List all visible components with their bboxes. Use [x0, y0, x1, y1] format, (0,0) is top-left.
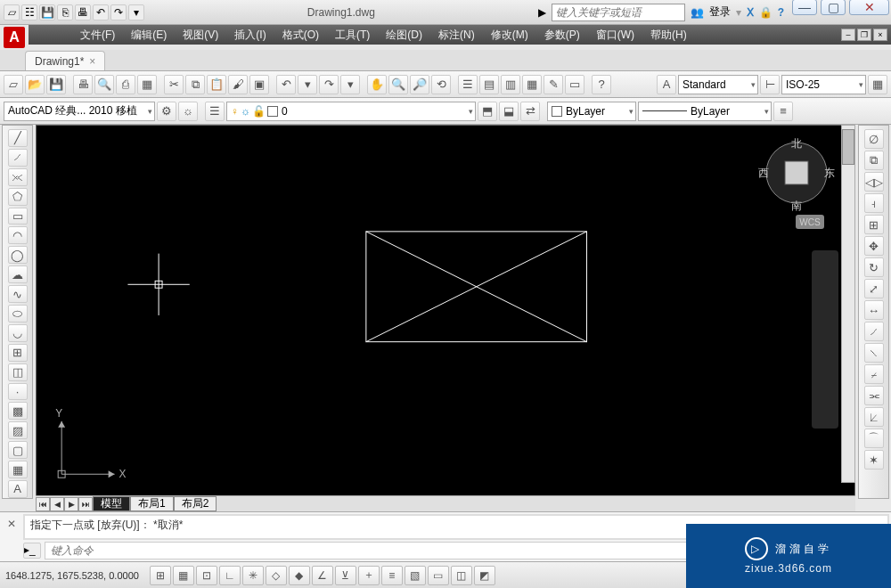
join-tool-icon[interactable]: ⫘: [864, 386, 884, 405]
mdi-min-button[interactable]: –: [841, 29, 855, 41]
erase-tool-icon[interactable]: ∅: [864, 129, 884, 149]
scale-tool-icon[interactable]: ⤢: [864, 279, 884, 298]
line-tool-icon[interactable]: ╱: [8, 129, 28, 147]
rotate-tool-icon[interactable]: ↻: [864, 257, 884, 277]
menu-edit[interactable]: 编辑(E): [124, 26, 174, 45]
cut-icon[interactable]: ✂: [164, 75, 184, 94]
new-doc-icon[interactable]: ▱: [4, 75, 23, 94]
properties-icon[interactable]: ☰: [458, 75, 478, 94]
menu-insert[interactable]: 插入(I): [227, 26, 273, 45]
ortho-toggle[interactable]: ∟: [219, 566, 241, 585]
saveas-icon[interactable]: ⎘: [57, 4, 73, 20]
maximize-button[interactable]: ▢: [821, 0, 846, 15]
arc-tool-icon[interactable]: ◠: [8, 226, 28, 244]
circle-tool-icon[interactable]: ◯: [8, 246, 28, 264]
color-dropdown[interactable]: ByLayer: [547, 102, 636, 121]
block-tool-icon[interactable]: ◫: [8, 363, 28, 381]
sheetset-icon[interactable]: ▦: [522, 75, 542, 94]
design-center-icon[interactable]: ▤: [479, 75, 499, 94]
textstyle-icon[interactable]: A: [657, 75, 676, 94]
undo2-icon[interactable]: ↶: [276, 75, 296, 94]
publish-icon[interactable]: ⎙: [116, 75, 135, 94]
transparency-toggle[interactable]: ▧: [405, 566, 426, 585]
chamfer-tool-icon[interactable]: ⟀: [864, 407, 884, 427]
insert-tool-icon[interactable]: ⊞: [8, 344, 28, 362]
move-tool-icon[interactable]: ✥: [864, 236, 884, 256]
save-icon[interactable]: 💾: [39, 4, 55, 20]
redo-drop-icon[interactable]: ▾: [340, 75, 360, 94]
lwt-toggle[interactable]: ≡: [381, 566, 403, 585]
zoom-prev-icon[interactable]: ⟲: [431, 75, 451, 94]
layer-dropdown[interactable]: ♀ ☼ 🔓 0: [226, 102, 476, 121]
fillet-tool-icon[interactable]: ⌒: [864, 429, 884, 448]
tablestyle-icon[interactable]: ▦: [868, 75, 887, 94]
layout-first-button[interactable]: ⏮: [36, 497, 50, 511]
explode-tool-icon[interactable]: ✶: [864, 450, 884, 470]
view-cube[interactable]: 北 南 东 西: [756, 133, 837, 213]
ellipsearc-tool-icon[interactable]: ◡: [8, 324, 28, 342]
layout-last-button[interactable]: ⏭: [78, 497, 93, 511]
markup-icon[interactable]: ✎: [544, 75, 563, 94]
spline-tool-icon[interactable]: ∿: [8, 285, 28, 303]
sc-toggle[interactable]: ◫: [451, 566, 472, 585]
command-close-icon[interactable]: ✕: [4, 516, 20, 532]
menu-dim[interactable]: 标注(N): [431, 26, 482, 45]
save-doc-icon[interactable]: 💾: [46, 75, 66, 94]
zoom-window-icon[interactable]: 🔎: [410, 75, 429, 94]
block-icon[interactable]: ▣: [249, 75, 269, 94]
copy-tool-icon[interactable]: ⧉: [864, 151, 884, 170]
mirror-tool-icon[interactable]: ◁▷: [864, 172, 884, 192]
match-icon[interactable]: 🖌: [228, 75, 248, 94]
people-icon[interactable]: 👥: [691, 6, 704, 19]
region-tool-icon[interactable]: ▢: [8, 441, 28, 459]
print3d-icon[interactable]: ▦: [137, 75, 157, 94]
am-toggle[interactable]: ◩: [474, 566, 495, 585]
open-doc-icon[interactable]: 📂: [25, 75, 45, 94]
3dosnap-toggle[interactable]: ◆: [289, 566, 310, 585]
stretch-tool-icon[interactable]: ↔: [864, 300, 884, 320]
mtext-tool-icon[interactable]: A: [8, 480, 28, 498]
help2-icon[interactable]: ?: [592, 75, 611, 94]
undo-drop-icon[interactable]: ▾: [298, 75, 317, 94]
trim-tool-icon[interactable]: ⟋: [864, 322, 884, 341]
layer-iso-icon[interactable]: ⬓: [499, 102, 519, 121]
polar-toggle[interactable]: ✳: [242, 566, 264, 585]
drawing-canvas[interactable]: X Y 北 南 东 西 WCS: [36, 125, 855, 497]
login-link[interactable]: 登录: [709, 4, 731, 20]
close-button[interactable]: ✕: [849, 0, 889, 15]
dimstyle-dropdown[interactable]: ISO-25: [781, 75, 866, 94]
layer-manager-icon[interactable]: ☰: [205, 102, 225, 121]
xline-tool-icon[interactable]: ⟋: [8, 149, 28, 167]
model-toggle[interactable]: ⊞: [150, 566, 171, 585]
vertical-scrollbar[interactable]: [841, 125, 855, 483]
open-icon[interactable]: ☷: [21, 4, 37, 20]
table-tool-icon[interactable]: ▦: [8, 461, 28, 478]
dimstyle-icon[interactable]: ⊢: [760, 75, 780, 94]
search-input[interactable]: [552, 4, 685, 21]
navigation-bar[interactable]: [812, 250, 838, 429]
revcloud-tool-icon[interactable]: ☁: [8, 265, 28, 283]
ellipse-tool-icon[interactable]: ⬭: [8, 305, 28, 323]
gradient-tool-icon[interactable]: ▨: [8, 421, 28, 439]
copy-icon[interactable]: ⧉: [185, 75, 205, 94]
layout-tab-model[interactable]: 模型: [93, 496, 130, 511]
point-tool-icon[interactable]: ·: [8, 383, 28, 401]
undo-icon[interactable]: ↶: [93, 4, 109, 20]
polygon-tool-icon[interactable]: ⬠: [8, 188, 28, 206]
menu-draw[interactable]: 绘图(D): [379, 26, 429, 45]
menu-file[interactable]: 文件(F): [73, 26, 122, 45]
linetype-dropdown[interactable]: ByLayer: [638, 102, 772, 121]
redo2-icon[interactable]: ↷: [319, 75, 339, 94]
pan-icon[interactable]: ✋: [367, 75, 387, 94]
layout-tab-2[interactable]: 布局2: [174, 496, 217, 511]
help-icon[interactable]: ?: [778, 6, 784, 19]
paste-icon[interactable]: 📋: [207, 75, 226, 94]
break-tool-icon[interactable]: ⌿: [864, 364, 884, 384]
hatch-tool-icon[interactable]: ▩: [8, 402, 28, 420]
offset-tool-icon[interactable]: ⫞: [864, 193, 884, 213]
workspace-dropdown[interactable]: AutoCAD 经典... 2010 移植: [4, 102, 155, 121]
menu-view[interactable]: 视图(V): [176, 26, 225, 45]
qat-more-icon[interactable]: ▾: [128, 4, 144, 20]
layer-prev-icon[interactable]: ⇄: [520, 102, 540, 121]
wcs-badge[interactable]: WCS: [796, 215, 824, 229]
